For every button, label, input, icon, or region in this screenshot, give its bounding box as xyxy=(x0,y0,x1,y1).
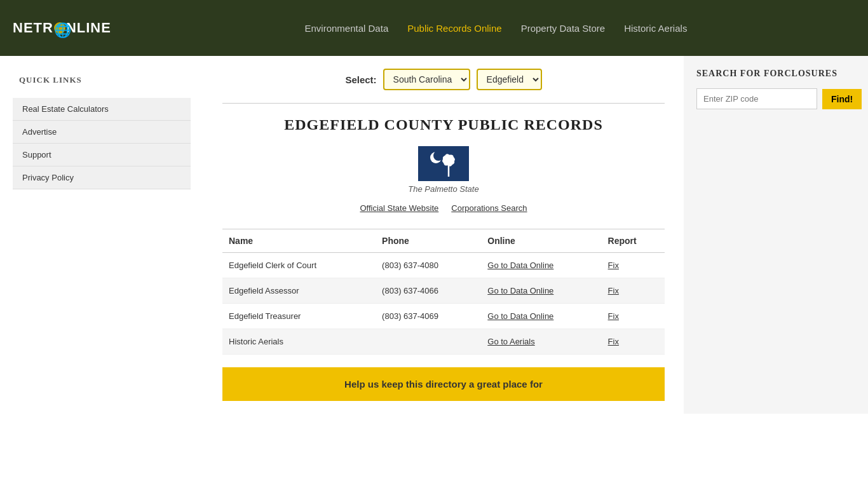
col-phone: Phone xyxy=(376,229,481,253)
records-table: Name Phone Online Report Edgefield Clerk… xyxy=(222,229,665,355)
row-phone: (803) 637-4080 xyxy=(376,253,481,278)
row-online-link[interactable]: Go to Aerials xyxy=(487,337,534,346)
flag-caption: The Palmetto State xyxy=(222,184,665,194)
quick-links-title: Quick Links xyxy=(13,69,191,92)
county-title: Edgefield County Public Records xyxy=(222,116,665,133)
nav-environmental-data[interactable]: Environmental Data xyxy=(304,23,388,34)
globe-icon: 🌐 xyxy=(54,22,65,34)
row-name: Edgefield Treasurer xyxy=(222,304,376,329)
svg-point-2 xyxy=(433,151,444,161)
flag-container: The Palmetto State xyxy=(222,146,665,194)
zip-code-input[interactable] xyxy=(696,88,817,109)
sidebar-item-privacy[interactable]: Privacy Policy xyxy=(13,166,191,189)
state-links: Official State Website Corporations Sear… xyxy=(222,203,665,213)
find-button[interactable]: Find! xyxy=(822,89,862,109)
table-row: Edgefield Assessor(803) 637-4066Go to Da… xyxy=(222,278,665,304)
nav-property-data-store[interactable]: Property Data Store xyxy=(521,23,606,34)
nav-historic-aerials[interactable]: Historic Aerials xyxy=(624,23,687,34)
svg-rect-0 xyxy=(418,146,469,181)
row-online-link[interactable]: Go to Data Online xyxy=(487,261,553,270)
col-name: Name xyxy=(222,229,376,253)
row-name: Historic Aerials xyxy=(222,329,376,355)
nav-public-records[interactable]: Public Records Online xyxy=(407,23,501,34)
row-report-link[interactable]: Fix xyxy=(608,337,619,346)
sidebar: Quick Links Real Estate Calculators Adve… xyxy=(0,56,203,414)
row-name: Edgefield Assessor xyxy=(222,278,376,304)
right-panel: Search for Forclosures Find! xyxy=(684,56,868,414)
foreclosure-title: Search for Forclosures xyxy=(696,69,855,79)
table-row: Historic AerialsGo to AerialsFix xyxy=(222,329,665,355)
logo[interactable]: NETR🌐NLINE xyxy=(13,20,111,36)
row-report-link[interactable]: Fix xyxy=(608,311,619,321)
table-row: Edgefield Treasurer(803) 637-4069Go to D… xyxy=(222,304,665,329)
main-nav: Environmental Data Public Records Online… xyxy=(137,23,855,34)
foreclosure-form: Find! xyxy=(696,88,855,109)
main-header: NETR🌐NLINE Environmental Data Public Rec… xyxy=(0,0,868,56)
corporations-search-link[interactable]: Corporations Search xyxy=(451,203,527,213)
bottom-banner: Help us keep this directory a great plac… xyxy=(222,367,665,401)
row-report-link[interactable]: Fix xyxy=(608,261,619,270)
sidebar-item-real-estate[interactable]: Real Estate Calculators xyxy=(13,98,191,121)
sidebar-item-support[interactable]: Support xyxy=(13,144,191,166)
row-phone xyxy=(376,329,481,355)
col-online: Online xyxy=(481,229,601,253)
county-section: Edgefield County Public Records The Palm… xyxy=(222,103,665,401)
select-row: Select: South Carolina Alabama Alaska Ar… xyxy=(222,69,665,90)
select-label: Select: xyxy=(345,74,376,85)
row-name: Edgefield Clerk of Court xyxy=(222,253,376,278)
row-phone: (803) 637-4069 xyxy=(376,304,481,329)
official-state-website-link[interactable]: Official State Website xyxy=(360,203,438,213)
state-select[interactable]: South Carolina Alabama Alaska Arizona xyxy=(383,69,470,90)
main-content: Select: South Carolina Alabama Alaska Ar… xyxy=(203,56,684,414)
col-report: Report xyxy=(602,229,665,253)
sidebar-item-advertise[interactable]: Advertise xyxy=(13,121,191,144)
row-online-link[interactable]: Go to Data Online xyxy=(487,286,553,295)
row-report-link[interactable]: Fix xyxy=(608,286,619,295)
table-row: Edgefield Clerk of Court(803) 637-4080Go… xyxy=(222,253,665,278)
county-select[interactable]: Edgefield Abbeville Aiken xyxy=(477,69,542,90)
row-online-link[interactable]: Go to Data Online xyxy=(487,311,553,321)
row-phone: (803) 637-4066 xyxy=(376,278,481,304)
sc-flag xyxy=(418,146,469,181)
